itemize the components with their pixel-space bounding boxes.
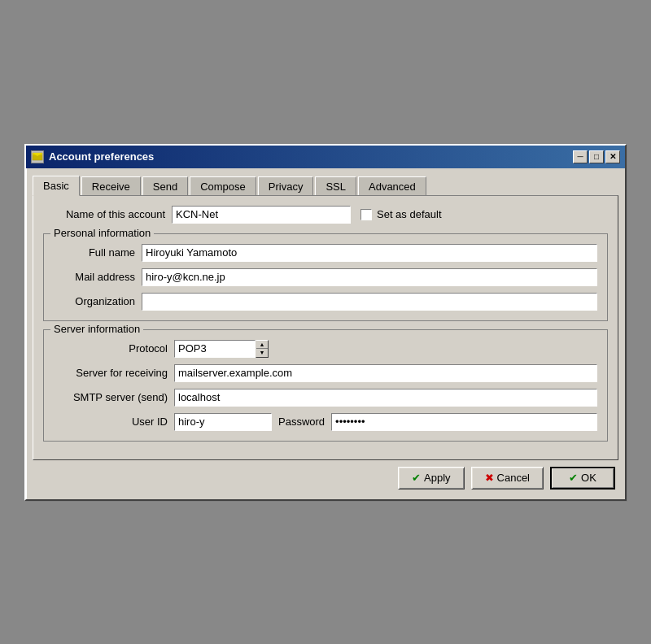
protocol-spin-down[interactable]: ▼ (256, 349, 268, 357)
mail-address-label: Mail address (54, 271, 135, 283)
protocol-select[interactable]: POP3 IMAP SMTP (174, 340, 256, 358)
smtp-server-row: SMTP server (send) document.currentScrip… (54, 389, 597, 407)
mail-address-input[interactable] (142, 268, 597, 286)
ok-label: OK (581, 472, 596, 484)
organization-label: Organization (54, 295, 135, 307)
server-info-fieldset: Server information Protocol POP3 IMAP SM… (43, 329, 608, 442)
title-bar: Account preferences ─ □ ✕ (26, 146, 625, 168)
protocol-row: Protocol POP3 IMAP SMTP ▲ ▼ (54, 340, 597, 358)
set-as-default-checkbox[interactable] (360, 209, 372, 220)
personal-info-legend: Personal information (50, 227, 154, 239)
organization-input[interactable] (142, 293, 597, 311)
ok-button[interactable]: ✔ OK (550, 467, 615, 490)
account-name-label: Name of this account (43, 208, 165, 220)
protocol-spinner[interactable]: ▲ ▼ (256, 340, 269, 358)
window-content: Basic Receive Send Compose Privacy SSL A… (26, 168, 625, 499)
title-bar-left: Account preferences (31, 150, 154, 163)
password-input[interactable] (331, 413, 597, 431)
cancel-icon: ✖ (485, 472, 494, 484)
tab-ssl[interactable]: SSL (315, 176, 356, 197)
server-info-legend: Server information (50, 323, 143, 335)
close-button[interactable]: ✕ (605, 150, 620, 163)
tab-bar: Basic Receive Send Compose Privacy SSL A… (33, 175, 618, 195)
full-name-input[interactable] (142, 244, 597, 262)
tab-basic[interactable]: Basic (33, 176, 80, 196)
smtp-server-input[interactable] (174, 389, 597, 407)
server-receiving-row: Server for receiving document.currentScr… (54, 364, 597, 382)
apply-button[interactable]: ✔ Apply (398, 467, 465, 490)
mail-address-row: Mail address document.currentScript.prev… (54, 268, 597, 286)
protocol-label: Protocol (54, 342, 168, 355)
protocol-spin-up[interactable]: ▲ (256, 341, 268, 350)
account-preferences-window: Account preferences ─ □ ✕ Basic Receive … (24, 144, 627, 501)
tab-content-basic: Name of this account document.currentScr… (33, 195, 618, 460)
tab-advanced[interactable]: Advanced (358, 176, 426, 197)
server-receiving-input[interactable] (174, 364, 597, 382)
window-icon (31, 150, 44, 163)
personal-info-fieldset: Personal information Full name document.… (43, 233, 608, 321)
tab-compose[interactable]: Compose (190, 176, 256, 197)
ok-icon: ✔ (569, 472, 578, 484)
user-id-input[interactable] (174, 413, 272, 431)
account-name-input[interactable] (172, 206, 351, 224)
smtp-server-label: SMTP server (send) (54, 391, 168, 403)
organization-row: Organization (54, 293, 597, 311)
set-as-default-wrapper: Set as default (360, 208, 442, 220)
window-title: Account preferences (49, 150, 154, 163)
account-name-row: Name of this account document.currentScr… (43, 206, 608, 224)
apply-label: Apply (424, 472, 451, 484)
password-label: Password (278, 416, 325, 428)
tab-send[interactable]: Send (142, 176, 188, 197)
cancel-button[interactable]: ✖ Cancel (471, 467, 544, 490)
server-info-content: Protocol POP3 IMAP SMTP ▲ ▼ (54, 340, 597, 431)
maximize-button[interactable]: □ (589, 150, 604, 163)
apply-icon: ✔ (412, 472, 421, 484)
tab-privacy[interactable]: Privacy (258, 176, 314, 197)
title-bar-controls: ─ □ ✕ (573, 150, 620, 163)
credentials-row: User ID document.currentScript.previousE… (54, 413, 597, 431)
full-name-row: Full name document.currentScript.previou… (54, 244, 597, 262)
minimize-button[interactable]: ─ (573, 150, 588, 163)
cancel-label: Cancel (497, 472, 530, 484)
full-name-label: Full name (54, 246, 135, 259)
personal-info-content: Full name document.currentScript.previou… (54, 244, 597, 311)
button-row: ✔ Apply ✖ Cancel ✔ OK (33, 460, 618, 493)
protocol-select-wrapper: POP3 IMAP SMTP ▲ ▼ (174, 340, 269, 358)
tab-receive[interactable]: Receive (81, 176, 141, 197)
user-id-label: User ID (54, 416, 168, 428)
server-receiving-label: Server for receiving (54, 367, 168, 379)
set-as-default-label: Set as default (377, 208, 442, 220)
